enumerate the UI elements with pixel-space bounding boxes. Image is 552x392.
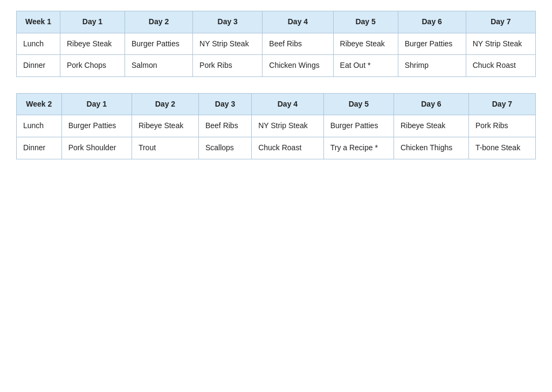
meal-cell: Ribeye Steak	[60, 33, 125, 55]
meal-cell: Chuck Roast	[252, 137, 324, 159]
table-row: DinnerPork ShoulderTroutScallopsChuck Ro…	[17, 137, 536, 159]
meal-cell: Burger Patties	[398, 33, 466, 55]
meal-cell: NY Strip Steak	[193, 33, 263, 55]
meal-cell: Salmon	[125, 55, 193, 77]
header-day-6-week2: Day 6	[394, 93, 468, 115]
meal-cell: Ribeye Steak	[333, 33, 398, 55]
meal-cell: Burger Patties	[61, 115, 132, 137]
table-row: LunchBurger PattiesRibeye SteakBeef Ribs…	[17, 115, 536, 137]
header-day-5-week1: Day 5	[333, 11, 398, 33]
header-day-7-week2: Day 7	[468, 93, 535, 115]
header-day-3-week1: Day 3	[193, 11, 263, 33]
meal-cell: Chicken Wings	[263, 55, 333, 77]
meal-cell: Beef Ribs	[198, 115, 251, 137]
header-day-4-week1: Day 4	[263, 11, 333, 33]
meal-cell: Chicken Thighs	[394, 137, 468, 159]
header-day-2-week1: Day 2	[125, 11, 193, 33]
meal-cell: Pork Ribs	[193, 55, 263, 77]
header-day-3-week2: Day 3	[198, 93, 251, 115]
meal-cell: Ribeye Steak	[394, 115, 468, 137]
meal-cell: Ribeye Steak	[132, 115, 198, 137]
meal-cell: Pork Shoulder	[61, 137, 132, 159]
meal-cell: Chuck Roast	[466, 55, 535, 77]
meal-table-week2: Week 2Day 1Day 2Day 3Day 4Day 5Day 6Day …	[16, 93, 536, 159]
header-day-4-week2: Day 4	[252, 93, 324, 115]
meal-cell: Try a Recipe *	[323, 137, 394, 159]
meal-cell: Burger Patties	[323, 115, 394, 137]
header-day-1-week1: Day 1	[60, 11, 125, 33]
header-day-1-week2: Day 1	[61, 93, 132, 115]
table-row: DinnerPork ChopsSalmonPork RibsChicken W…	[17, 55, 536, 77]
meal-cell: Pork Chops	[60, 55, 125, 77]
header-day-7-week1: Day 7	[466, 11, 535, 33]
table-row: LunchRibeye SteakBurger PattiesNY Strip …	[17, 33, 536, 55]
week-label-week2: Week 2	[17, 93, 62, 115]
meal-label-dinner-week1: Dinner	[17, 55, 60, 77]
meal-cell: Shrimp	[398, 55, 466, 77]
meal-cell: Pork Ribs	[468, 115, 535, 137]
meal-cell: Beef Ribs	[263, 33, 333, 55]
meal-cell: Trout	[132, 137, 198, 159]
meal-cell: NY Strip Steak	[252, 115, 324, 137]
meal-label-lunch-week1: Lunch	[17, 33, 60, 55]
meal-label-dinner-week2: Dinner	[17, 137, 62, 159]
meal-label-lunch-week2: Lunch	[17, 115, 62, 137]
header-day-6-week1: Day 6	[398, 11, 466, 33]
meal-table-week1: Week 1Day 1Day 2Day 3Day 4Day 5Day 6Day …	[16, 11, 536, 77]
meal-cell: Eat Out *	[333, 55, 398, 77]
meal-cell: NY Strip Steak	[466, 33, 535, 55]
meal-cell: Burger Patties	[125, 33, 193, 55]
meal-cell: Scallops	[198, 137, 251, 159]
header-day-2-week2: Day 2	[132, 93, 198, 115]
page-wrapper: Week 1Day 1Day 2Day 3Day 4Day 5Day 6Day …	[16, 11, 536, 159]
header-day-5-week2: Day 5	[323, 93, 394, 115]
meal-cell: T-bone Steak	[468, 137, 535, 159]
week-label-week1: Week 1	[17, 11, 60, 33]
